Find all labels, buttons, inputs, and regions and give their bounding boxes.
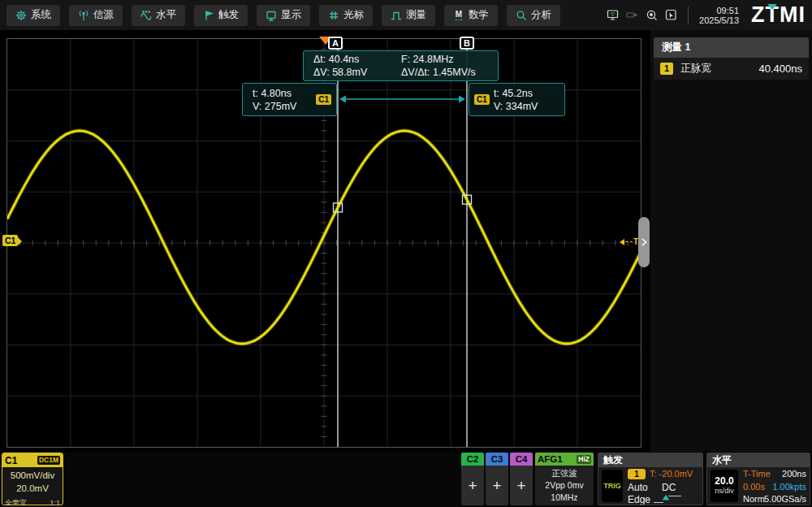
timebase-unit: ns/div <box>715 487 734 496</box>
menu-label: 水平 <box>156 8 176 22</box>
touch-gesture-icon[interactable] <box>665 9 677 21</box>
date-text: 2025/5/13 <box>699 15 739 25</box>
cursor-a-label[interactable]: A <box>328 37 343 50</box>
trigger-level-value: T: -20.0mV <box>650 469 693 479</box>
afg-header: AFG1 HiZ <box>535 453 594 466</box>
channel2-add-button[interactable]: + <box>461 466 484 505</box>
menu-label: 系统 <box>31 8 51 22</box>
gear-icon <box>15 10 27 21</box>
usb-icon[interactable] <box>626 9 638 21</box>
menu-label: 信源 <box>93 8 114 22</box>
channel1-ground-marker[interactable]: C1 <box>2 235 18 246</box>
channel2-add-block[interactable]: C2 + <box>461 453 484 505</box>
chevron-right-icon <box>640 236 648 248</box>
channel1-header: C1 DC1M <box>2 453 63 467</box>
horizontal-status-block[interactable]: 水平 20.0 ns/div T-Time 200ns 0.00s 1.00kp… <box>706 453 810 505</box>
channel1-probe-ratio: 1:1 <box>50 496 60 505</box>
channel4-add-button[interactable]: + <box>510 466 533 505</box>
channel1-settings: 500mV/div 20.0mV 全带宽 1:1 <box>2 467 63 505</box>
analyze-search-icon <box>516 10 527 21</box>
cursor-b-time: t: 45.2ns <box>494 87 538 100</box>
trigger-flag-icon <box>203 10 214 21</box>
measurement-name: 正脉宽 <box>680 62 711 76</box>
cursor-b-voltage: V: 334mV <box>494 100 538 113</box>
afg-impedance-badge: HiZ <box>577 455 591 464</box>
menu-label: 光标 <box>343 8 364 22</box>
delta-time: Δt: 40.4ns <box>313 54 401 65</box>
channel1-coupling-badge: DC1M <box>37 456 60 465</box>
cursor-a-voltage: V: 275mV <box>253 100 296 113</box>
menu-label: 触发 <box>218 8 239 22</box>
timebase-button[interactable]: 20.0 ns/div <box>710 470 738 502</box>
menu-button-trigger[interactable]: 触发 <box>194 5 248 26</box>
menu-button-analyze[interactable]: 分析 <box>507 5 560 26</box>
horizontal-block-title: 水平 <box>707 453 810 467</box>
display-monitor-icon <box>266 10 277 21</box>
delta-voltage: ΔV: 58.8mV <box>313 67 401 78</box>
delay-value: 0.00s <box>743 482 765 492</box>
touch-point-icon[interactable] <box>646 9 658 21</box>
measurement-card-title: 测量 1 <box>654 37 809 58</box>
measurement-row[interactable]: 1 正脉宽 40.400ns <box>654 58 809 80</box>
menu-button-cursor[interactable]: 光标 <box>319 5 373 26</box>
clock: 09:51 2025/5/13 <box>699 6 739 25</box>
time-text: 09:51 <box>699 6 739 15</box>
afg-name: AFG1 <box>538 454 563 464</box>
channel4-name: C4 <box>510 453 533 466</box>
horizontal-wave-icon <box>140 10 152 21</box>
channel1-bandwidth: 全带宽 <box>5 496 27 505</box>
channel1-name: C1 <box>5 455 17 466</box>
trig-button[interactable]: TRIG <box>602 470 623 502</box>
afg-settings: 正弦波 2Vpp 0mv 10MHz <box>535 466 594 505</box>
edge-slope-icon <box>652 494 683 505</box>
trigger-block-body: TRIG 1 Auto Edge T: -20.0mV DC <box>598 467 702 505</box>
brand-logo: ZTMI <box>751 4 806 26</box>
delta-frequency: F: 24.8MHz <box>401 54 488 65</box>
svg-text:+−×: +−× <box>455 16 463 20</box>
channel3-add-button[interactable]: + <box>486 466 508 505</box>
channel1-status-block[interactable]: C1 DC1M 500mV/div 20.0mV 全带宽 1:1 <box>2 453 63 505</box>
channel1-offset: 20.0mV <box>2 482 63 495</box>
dash-line <box>625 241 633 242</box>
menu-button-math[interactable]: M+−× 数学 <box>444 5 498 26</box>
menu-label: 数学 <box>469 8 489 22</box>
menu-button-horizontal[interactable]: 水平 <box>132 5 185 26</box>
menu-buttons: 系统 信源 水平 触发 显示 光标 <box>6 5 560 26</box>
trigger-source-badge: 1 <box>628 469 646 479</box>
menu-button-source[interactable]: 信源 <box>69 5 123 26</box>
cursor-a-readout[interactable]: t: 4.80ns V: 275mV C1 <box>242 83 337 116</box>
network-monitor-icon[interactable] <box>607 9 619 21</box>
cursor-grid-icon <box>328 10 339 21</box>
t-time-label: T-Time <box>743 469 771 479</box>
channel3-add-block[interactable]: C3 + <box>486 453 508 505</box>
cursor-a-time: t: 4.80ns <box>253 87 296 100</box>
trigger-type: Edge <box>628 494 650 505</box>
status-area: 09:51 2025/5/13 ZTMI <box>607 4 806 26</box>
trigger-status-block[interactable]: 触发 TRIG 1 Auto Edge T: -20.0mV DC <box>598 453 703 505</box>
channel4-add-block[interactable]: C4 + <box>510 453 533 505</box>
channel1-scale: 500mV/div <box>2 469 63 482</box>
left-arrow-icon <box>620 239 624 245</box>
menu-button-measure[interactable]: 测量 <box>382 5 435 26</box>
menu-button-system[interactable]: 系统 <box>6 5 60 26</box>
trigger-level-marker[interactable]: T <box>620 237 638 246</box>
afg-status-block[interactable]: AFG1 HiZ 正弦波 2Vpp 0mv 10MHz <box>535 453 594 505</box>
status-divider <box>688 6 689 24</box>
acquisition-mode: Norm <box>743 494 765 504</box>
sample-rate: 5.00GSa/s <box>764 494 806 504</box>
cursor-b-label[interactable]: B <box>460 37 474 50</box>
delta-slope: ΔV/Δt: 1.45MV/s <box>401 67 488 78</box>
bottom-status-bar: C1 DC1M 500mV/div 20.0mV 全带宽 1:1 C2 + C3… <box>0 452 812 507</box>
channel2-name: C2 <box>461 453 484 466</box>
measure-pulse-icon <box>391 10 402 21</box>
menu-label: 显示 <box>281 8 301 22</box>
record-length: 1.00kpts <box>772 482 806 492</box>
trigger-mode: Auto <box>628 482 648 493</box>
afg-frequency: 10MHz <box>535 492 594 504</box>
top-menu-bar: 系统 信源 水平 触发 显示 光标 <box>0 0 812 30</box>
cursor-b-readout[interactable]: C1 t: 45.2ns V: 334mV <box>469 83 565 116</box>
panel-expand-handle[interactable] <box>638 217 650 267</box>
logo-t: T <box>766 4 780 26</box>
menu-button-display[interactable]: 显示 <box>257 5 310 26</box>
menu-label: 分析 <box>531 8 551 22</box>
